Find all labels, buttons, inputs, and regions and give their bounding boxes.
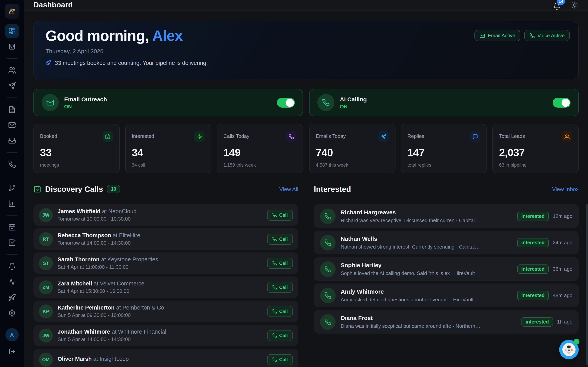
sidebar-item-contacts[interactable] bbox=[5, 63, 19, 77]
interested-row[interactable]: Nathan Wells Nathan showed strong intere… bbox=[314, 231, 579, 254]
sidebar-item-dashboard[interactable] bbox=[5, 24, 19, 38]
call-button[interactable]: Call bbox=[267, 258, 293, 268]
sidebar-divider bbox=[6, 58, 17, 59]
interested-section: Interested View Inbox Richard Hargreaves… bbox=[314, 184, 579, 367]
stat-value: 147 bbox=[407, 147, 480, 159]
time-ago: 12m ago bbox=[553, 213, 572, 219]
lead-name: Jonathan Whitmore bbox=[58, 329, 110, 335]
call-button[interactable]: Call bbox=[267, 306, 293, 317]
notifications-button[interactable]: 14 bbox=[553, 0, 561, 10]
phone-icon bbox=[272, 309, 277, 314]
discovery-call-row[interactable]: OM Oliver Marsh at InsightLoop Call bbox=[34, 349, 298, 367]
stat-card-emails-today: Emails Today 740 4,587 this week bbox=[309, 124, 395, 173]
greeting-prefix: Good morning, bbox=[45, 28, 152, 44]
sidebar-item-organization[interactable] bbox=[5, 40, 19, 54]
stat-label: Total Leads bbox=[499, 131, 525, 139]
call-button[interactable]: Call bbox=[267, 354, 293, 365]
stat-label: Calls Today bbox=[224, 131, 250, 139]
discovery-calls-section: Discovery Calls 10 View All JW James Whi… bbox=[34, 184, 298, 367]
avatar: RT bbox=[39, 232, 53, 246]
sidebar-item-inbox[interactable] bbox=[5, 133, 19, 148]
sidebar-item-verified-mail[interactable] bbox=[5, 118, 19, 132]
lead-company: EliteHire bbox=[119, 232, 140, 238]
greeting-banner: Good morning, Alex Thursday, 2 April 202… bbox=[34, 21, 579, 79]
scrollbar[interactable] bbox=[586, 204, 588, 365]
message-square-icon bbox=[470, 131, 480, 142]
avatar: KP bbox=[39, 304, 53, 318]
robot-icon bbox=[562, 343, 576, 356]
sidebar-item-documents[interactable] bbox=[5, 102, 19, 117]
badge-label: Email Active bbox=[488, 33, 515, 38]
email-outreach-toggle[interactable] bbox=[277, 98, 295, 107]
stat-value: 740 bbox=[316, 147, 389, 159]
view-all-link[interactable]: View All bbox=[279, 186, 298, 192]
lead-name: Andy Whitmore bbox=[341, 288, 512, 295]
lead-company: NeonCloud bbox=[108, 208, 137, 214]
sidebar-item-activity[interactable] bbox=[5, 275, 19, 289]
sidebar-item-analytics[interactable] bbox=[5, 197, 19, 210]
time-ago: 1h ago bbox=[557, 319, 572, 325]
sidebar-item-launch[interactable] bbox=[5, 291, 19, 304]
theme-toggle-button[interactable] bbox=[571, 1, 579, 9]
zap-icon bbox=[194, 131, 205, 142]
call-button[interactable]: Call bbox=[267, 330, 293, 341]
phone-icon bbox=[272, 213, 277, 217]
interested-row[interactable]: Andy Whitmore Andy asked detailed questi… bbox=[314, 284, 579, 307]
mail-check-icon bbox=[8, 121, 16, 129]
interested-badge: interested bbox=[517, 291, 549, 300]
stat-card-interested: Interested 34 34 call bbox=[125, 124, 211, 173]
stat-subtext: 63 in pipeline bbox=[499, 162, 572, 168]
discovery-call-row[interactable]: RT Rebecca Thompson at EliteHire Tomorro… bbox=[34, 228, 298, 250]
sidebar-item-calls[interactable] bbox=[5, 157, 19, 171]
stat-value: 2,037 bbox=[499, 147, 572, 159]
time-ago: 36m ago bbox=[553, 266, 572, 272]
interested-row[interactable]: Sophie Hartley Sophie loved the AI calli… bbox=[314, 257, 579, 281]
channel-toggles: Email Outreach ON AI Calling ON bbox=[34, 89, 579, 116]
page-title: Dashboard bbox=[34, 1, 73, 9]
view-inbox-link[interactable]: View Inbox bbox=[552, 186, 579, 192]
check-square-icon bbox=[8, 239, 16, 247]
discovery-call-row[interactable]: JW James Whitfield at NeonCloud Tomorrow… bbox=[34, 204, 298, 226]
avatar: ST bbox=[39, 256, 53, 270]
mail-icon bbox=[479, 33, 485, 38]
sidebar-item-workflows[interactable] bbox=[5, 181, 19, 195]
call-button[interactable]: Call bbox=[267, 209, 293, 220]
avatar: JW bbox=[39, 208, 53, 222]
status-badges: Email Active Voice Active bbox=[475, 30, 570, 41]
discovery-call-row[interactable]: ZM Zara Mitchell at Velvet Commerce Sat … bbox=[34, 276, 298, 298]
sidebar-divider bbox=[6, 98, 17, 98]
interested-row[interactable]: Diana Frost Diana was initially sceptica… bbox=[314, 310, 579, 334]
avatar: JW bbox=[39, 328, 53, 342]
lead-name: Sophie Hartley bbox=[341, 262, 512, 268]
call-time: Sat 4 Apr at 11:00:00 - 11:30:00 bbox=[58, 264, 158, 270]
sidebar-item-settings[interactable] bbox=[5, 306, 19, 320]
sidebar-item-tasks[interactable] bbox=[5, 236, 19, 250]
discovery-call-row[interactable]: ST Sarah Thornton at Keystone Properties… bbox=[34, 252, 298, 274]
app-logo[interactable] bbox=[4, 4, 19, 19]
discovery-call-row[interactable]: JW Jonathan Whitmore at Whitmore Financi… bbox=[34, 325, 298, 346]
ai-calling-toggle[interactable] bbox=[553, 98, 571, 107]
toggle-card-status: ON bbox=[340, 103, 367, 109]
user-avatar[interactable]: A bbox=[5, 328, 18, 341]
bar-chart-icon bbox=[8, 200, 16, 207]
sidebar-item-campaigns[interactable] bbox=[5, 79, 19, 93]
send-icon bbox=[378, 131, 389, 142]
interested-badge: interested bbox=[517, 264, 549, 274]
call-button[interactable]: Call bbox=[267, 234, 293, 244]
interested-row[interactable]: Richard Hargreaves Richard was very rece… bbox=[314, 204, 579, 228]
badge-label: Voice Active bbox=[537, 33, 565, 38]
ai-calling-card: AI Calling ON bbox=[309, 89, 579, 116]
time-ago: 24m ago bbox=[553, 240, 572, 245]
chat-widget-button[interactable] bbox=[559, 340, 579, 359]
lead-snippet: Nathan showed strong interest. Currently… bbox=[341, 244, 481, 250]
rocket-icon bbox=[8, 294, 16, 301]
sidebar-item-calendar[interactable] bbox=[5, 220, 19, 234]
sun-icon bbox=[571, 1, 579, 9]
sidebar-item-notifications[interactable] bbox=[5, 259, 19, 273]
lead-snippet: Diana was initially sceptical but came a… bbox=[341, 323, 481, 329]
discovery-call-row[interactable]: KP Katherine Pemberton at Pemberton & Co… bbox=[34, 300, 298, 322]
bell-icon bbox=[8, 263, 16, 270]
toggle-knob bbox=[286, 99, 294, 107]
call-button[interactable]: Call bbox=[267, 282, 293, 293]
sidebar-item-logout[interactable] bbox=[5, 344, 19, 359]
